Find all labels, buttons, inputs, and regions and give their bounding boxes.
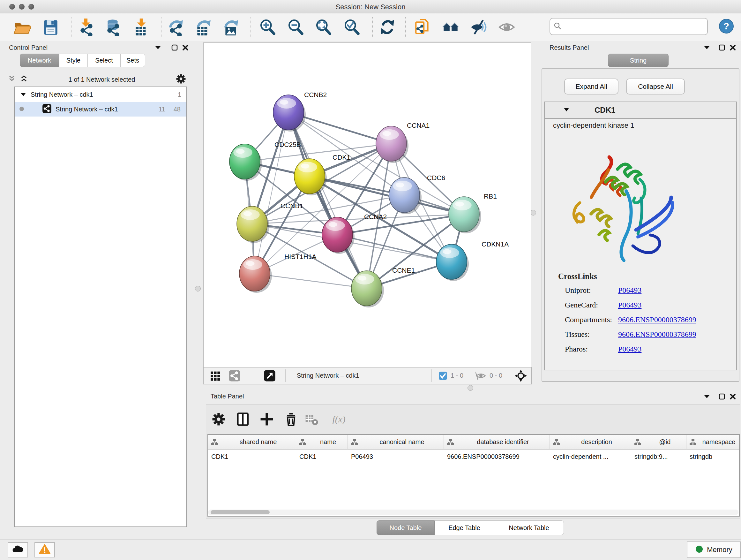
view-title: String Network – cdk1 [297, 372, 359, 379]
zoom-fit-icon[interactable] [314, 18, 333, 37]
network-share-icon[interactable] [228, 370, 241, 383]
tab-string[interactable]: String [608, 54, 669, 67]
column-header--id[interactable]: @id [631, 435, 686, 449]
crosslink-value-link[interactable]: 9606.ENSP00000378699 [618, 315, 696, 324]
collapse-all-button[interactable]: Collapse All [626, 78, 685, 95]
save-session-icon[interactable] [41, 18, 60, 37]
crosslink-value-link[interactable]: P06493 [618, 301, 642, 309]
network-node-rb1[interactable]: RB1 [449, 192, 497, 233]
network-node-ccna1[interactable]: CCNA1 [376, 122, 429, 163]
column-header-namespace[interactable]: namespace [686, 435, 739, 449]
export-image-icon[interactable] [222, 18, 240, 37]
export-table-icon[interactable] [194, 18, 213, 37]
network-selection-status: 1 of 1 Network selected [28, 76, 176, 83]
column-header-shared-name[interactable]: shared name [208, 435, 296, 449]
right-splitter-grip[interactable] [530, 210, 536, 215]
cloud-button[interactable] [8, 542, 28, 557]
zoom-selected-icon[interactable] [343, 18, 361, 37]
open-session-icon[interactable] [13, 18, 31, 37]
column-header-canonical-name[interactable]: canonical name [348, 435, 444, 449]
network-edge[interactable] [288, 112, 367, 288]
table-row[interactable]: CDK1CDK1P064939606.ENSP00000378699cyclin… [208, 449, 739, 463]
search-input[interactable] [565, 23, 707, 30]
network-edge-count: 48 [174, 106, 181, 113]
show-graphics-details-icon[interactable] [497, 18, 516, 37]
hide-selected-icon[interactable] [469, 18, 488, 37]
tab-network[interactable]: Network [20, 54, 59, 67]
protein-structure-image [561, 150, 685, 273]
network-row[interactable]: String Network – cdk1 11 48 [15, 102, 186, 117]
add-row-icon[interactable] [259, 411, 276, 428]
control-panel-close-icon[interactable] [182, 44, 189, 52]
results-panel-menu-icon[interactable] [703, 45, 711, 52]
zoom-out-icon[interactable] [286, 18, 305, 37]
network-node-ccne1[interactable]: CCNE1 [351, 266, 415, 307]
open-in-view-icon[interactable] [264, 370, 276, 383]
crosslink-value-link[interactable]: P06493 [618, 286, 642, 295]
crosslink-row: Uniprot:P06493 [565, 286, 731, 295]
network-node-cdk1[interactable]: CDK1 [294, 153, 350, 195]
help-button[interactable]: ? [718, 18, 735, 35]
network-collection-row[interactable]: String Network – cdk1 1 [15, 87, 186, 102]
table-panel-menu-icon[interactable] [703, 394, 711, 401]
tab-node-table[interactable]: Node Table [377, 520, 434, 535]
tab-style[interactable]: Style [59, 54, 88, 67]
selected-counts: 1 - 0 [451, 372, 463, 379]
cdk1-collapse-icon[interactable] [563, 107, 569, 113]
network-options-gear-icon[interactable] [176, 73, 186, 85]
warning-button[interactable] [35, 542, 55, 557]
import-table-icon[interactable] [133, 18, 151, 37]
table-horizontal-scrollbar[interactable] [208, 509, 738, 515]
control-panel-float-icon[interactable] [171, 44, 178, 52]
bottom-splitter-grip[interactable] [468, 385, 473, 391]
table-options-icon[interactable] [211, 411, 228, 428]
export-network-icon[interactable] [166, 18, 185, 37]
grid-view-icon[interactable] [209, 370, 221, 383]
import-network-file-icon[interactable] [77, 18, 96, 37]
table-scrollbar-thumb[interactable] [211, 510, 270, 514]
collection-expand-icon[interactable] [20, 91, 26, 98]
tab-select[interactable]: Select [88, 54, 120, 67]
results-panel-float-icon[interactable] [718, 44, 725, 52]
crosslink-value-link[interactable]: P06493 [618, 345, 642, 354]
zoom-in-icon[interactable] [259, 18, 277, 37]
selected-checkbox-icon[interactable] [439, 371, 448, 381]
network-node-hist1h1a[interactable]: HIST1H1A [239, 253, 316, 293]
results-panel-close-icon[interactable] [729, 44, 736, 52]
birds-eye-view-icon[interactable] [515, 369, 527, 383]
clear-table-icon[interactable] [304, 411, 321, 428]
node-label: CCNB2 [304, 91, 327, 98]
expand-all-button[interactable]: Expand All [564, 78, 618, 95]
apply-function-icon[interactable]: f(x) [331, 411, 348, 428]
column-header-description[interactable]: description [550, 435, 631, 449]
table-panel-float-icon[interactable] [718, 393, 725, 401]
show-columns-icon[interactable] [235, 411, 252, 428]
node-table[interactable]: shared namenamecanonical namedatabase id… [207, 434, 740, 516]
memory-button[interactable]: Memory [687, 542, 741, 558]
network-node-ccnb2[interactable]: CCNB2 [273, 91, 327, 132]
network-node-cdc25b[interactable]: CDC25B [229, 141, 301, 181]
import-network-database-icon[interactable] [104, 18, 123, 37]
expand-all-networks-icon[interactable] [8, 75, 16, 84]
crosslink-value-link[interactable]: 9606.ENSP00000378699 [618, 330, 696, 339]
tab-sets[interactable]: Sets [120, 54, 145, 67]
tab-network-table[interactable]: Network Table [494, 520, 564, 535]
refresh-icon[interactable] [378, 18, 397, 37]
network-node-cdkn1a[interactable]: CDKN1A [436, 240, 509, 281]
show-all-networks-icon[interactable] [442, 18, 460, 37]
column-header-name[interactable]: name [296, 435, 348, 449]
first-neighbors-icon[interactable] [413, 18, 432, 37]
control-panel-menu-icon[interactable] [154, 45, 161, 52]
network-edge[interactable] [255, 144, 391, 273]
network-edge[interactable] [255, 112, 288, 273]
table-panel-close-icon[interactable] [729, 393, 736, 401]
network-canvas[interactable]: CCNB2 CCNA1 CDC25B CDK1 CDC6 [203, 43, 531, 368]
left-splitter-grip[interactable] [195, 286, 201, 292]
delete-table-icon[interactable] [283, 411, 300, 428]
search-box[interactable] [549, 18, 708, 35]
cdk1-card-header[interactable]: CDK1 [544, 102, 737, 119]
crosslink-label: Uniprot: [565, 286, 618, 295]
column-header-database-identifier[interactable]: database identifier [444, 435, 550, 449]
collapse-all-networks-icon[interactable] [20, 75, 28, 84]
tab-edge-table[interactable]: Edge Table [434, 520, 494, 535]
